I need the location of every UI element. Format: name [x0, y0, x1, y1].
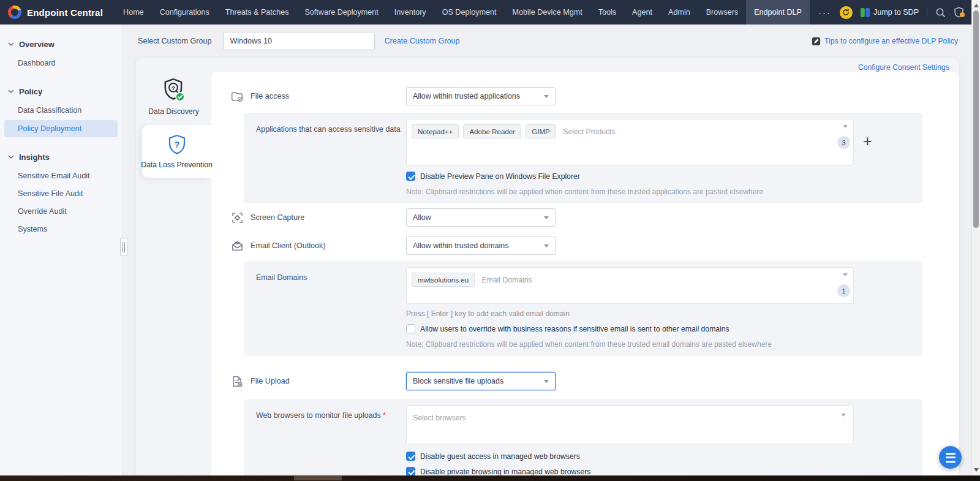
custom-group-toolbar: Select Custom Group Create Custom Group …: [123, 25, 971, 56]
grip-icon: [122, 242, 126, 252]
nav-item-endpoint-dlp[interactable]: Endpoint DLP: [746, 0, 810, 25]
nav-more-button[interactable]: ···: [810, 0, 840, 25]
web-browsers-select[interactable]: Select browsers: [406, 405, 854, 444]
jump-to-sdp-button[interactable]: Jump to SDP: [861, 8, 919, 17]
sidebar-section-header-insights[interactable]: Insights: [0, 149, 122, 165]
sidebar-item-policy-deployment[interactable]: Policy Deployment: [4, 120, 118, 137]
email-domains-placeholder: Email Domains: [482, 273, 532, 284]
email-client-row: Email Client (Outlook) Allow within trus…: [211, 237, 959, 255]
refresh-icon[interactable]: [840, 6, 853, 19]
nav-right-icons: Jump to SDP: [840, 0, 980, 25]
override-checkbox-label: Allow users to override with business re…: [420, 325, 729, 333]
sidebar-section-header-policy[interactable]: Policy: [0, 83, 122, 99]
web-browsers-placeholder: Select browsers: [413, 414, 466, 422]
sidebar-section-title: Insights: [19, 153, 50, 162]
tab-data-loss-prevention[interactable]: ? Data Loss Prevention: [142, 125, 211, 178]
sidebar-section-title: Overview: [19, 40, 55, 49]
chip-adobe-reader[interactable]: Adobe Reader: [463, 124, 521, 138]
guest-access-checkbox-row: Disable guest access in managed web brow…: [406, 452, 922, 461]
email-domains-count-badge[interactable]: 1: [837, 284, 850, 297]
sidebar-item-data-classification[interactable]: Data Classification: [0, 101, 122, 119]
override-checkbox[interactable]: [406, 324, 415, 333]
nav-item-browsers[interactable]: Browsers: [698, 0, 746, 25]
scroll-down-arrow[interactable]: [974, 468, 979, 472]
svg-text:?: ?: [174, 140, 179, 150]
nav-item-admin[interactable]: Admin: [660, 0, 698, 25]
sidebar-item-sensitive-email-audit[interactable]: Sensitive Email Audit: [0, 167, 122, 184]
email-domains-multiselect[interactable]: mwtsolutions.eu Email Domains 1: [406, 267, 854, 304]
nav-item-tools[interactable]: Tools: [590, 0, 624, 25]
chevron-down-icon: [841, 414, 846, 417]
scroll-up-arrow[interactable]: [974, 4, 979, 7]
select-custom-group-label: Select Custom Group: [138, 37, 211, 45]
brand[interactable]: Endpoint Central: [0, 0, 115, 25]
file-access-select[interactable]: Allow within trusted applications: [406, 87, 556, 105]
vertical-scrollbar[interactable]: [971, 0, 980, 475]
tab-data-discovery[interactable]: ? Data Discovery: [136, 72, 211, 121]
nav-item-home[interactable]: Home: [115, 0, 152, 25]
search-icon[interactable]: [935, 7, 946, 18]
folder-check-icon: [230, 91, 244, 102]
required-asterisk: *: [383, 411, 386, 420]
sidebar-section-policy: PolicyData ClassificationPolicy Deployme…: [0, 83, 122, 137]
file-upload-icon: [230, 376, 244, 387]
custom-group-input[interactable]: [223, 32, 375, 50]
email-domains-chips: mwtsolutions.eu: [412, 274, 479, 284]
private-browsing-checkbox-label: Disable private browsing in managed web …: [420, 468, 590, 476]
preview-pane-checkbox-label: Disable Preview Pane on Windows File Exp…: [420, 172, 580, 181]
nav-item-threats-patches[interactable]: Threats & Patches: [217, 0, 297, 25]
policy-tabs: ? Data Discovery ? Data Loss Prevention: [136, 72, 211, 178]
tips-note-icon: [812, 37, 821, 46]
dlp-form-panel: File access Allow within trusted applica…: [211, 72, 959, 475]
configure-consent-settings-link[interactable]: Configure Consent Settings: [858, 63, 949, 72]
nav-item-mobile-device-mgmt[interactable]: Mobile Device Mgmt: [505, 0, 590, 25]
nav-item-software-deployment[interactable]: Software Deployment: [296, 0, 386, 25]
shield-notification-icon[interactable]: [954, 7, 964, 18]
sidebar-item-systems[interactable]: Systems: [0, 220, 122, 238]
chevron-down-icon: [544, 380, 549, 383]
web-browsers-label-text: Web browsers to monitor file uploads: [256, 411, 381, 420]
applications-multiselect[interactable]: Notepad++Adobe ReaderGIMP Select Product…: [406, 119, 854, 165]
file-upload-select[interactable]: Block sensitive file uploads: [406, 372, 556, 390]
nav-item-os-deployment[interactable]: OS Deployment: [434, 0, 505, 25]
email-envelope-icon: [230, 240, 244, 252]
quick-actions-fab[interactable]: [939, 446, 962, 469]
chip-gimp[interactable]: GIMP: [526, 124, 556, 138]
sidebar-item-dashboard[interactable]: Dashboard: [0, 54, 122, 72]
private-browsing-checkbox[interactable]: [406, 467, 415, 475]
chip-mwtsolutions-eu[interactable]: mwtsolutions.eu: [412, 273, 475, 287]
tips-link[interactable]: Tips to configure an effective DLP Polic…: [812, 37, 958, 46]
scrollbar-thumb[interactable]: [973, 10, 979, 228]
create-custom-group-link[interactable]: Create Custom Group: [384, 37, 459, 45]
applications-count-badge[interactable]: 3: [837, 136, 850, 149]
sidebar-section-header-overview[interactable]: Overview: [0, 36, 122, 52]
email-domains-label: Email Domains: [256, 267, 406, 282]
sidebar-item-sensitive-file-audit[interactable]: Sensitive File Audit: [0, 184, 122, 202]
nav-item-inventory[interactable]: Inventory: [386, 0, 434, 25]
applications-label: Applications that can access sensitive d…: [256, 119, 406, 134]
chip-notepad[interactable]: Notepad++: [412, 124, 459, 138]
applications-panel: Applications that can access sensitive d…: [244, 113, 922, 203]
horizontal-scrollbar[interactable]: [0, 475, 980, 481]
sidebar-resize-handle[interactable]: [120, 238, 127, 256]
email-domains-hint: Press [ Enter ] key to add each valid em…: [406, 309, 922, 318]
jump-to-sdp-label: Jump to SDP: [873, 8, 919, 17]
screen-capture-label: Screen Capture: [251, 213, 406, 222]
top-navbar: Endpoint Central HomeConfigurationsThrea…: [0, 0, 971, 25]
guest-access-checkbox[interactable]: [406, 452, 415, 461]
sidebar-section-insights: InsightsSensitive Email AuditSensitive F…: [0, 149, 122, 238]
add-application-button[interactable]: +: [863, 134, 872, 149]
horizontal-scrollbar-thumb[interactable]: [294, 476, 342, 480]
email-domains-note: Note: Clipboard restrictions will be app…: [406, 340, 922, 349]
web-browsers-panel: Web browsers to monitor file uploads * S…: [244, 399, 922, 475]
web-browsers-label: Web browsers to monitor file uploads *: [256, 405, 406, 420]
applications-chips: Notepad++Adobe ReaderGIMP: [412, 126, 560, 136]
private-browsing-checkbox-row: Disable private browsing in managed web …: [406, 467, 922, 475]
sidebar-item-override-audit[interactable]: Override Audit: [0, 202, 122, 220]
nav-item-configurations[interactable]: Configurations: [152, 0, 217, 25]
screen-capture-select[interactable]: Allow: [406, 208, 556, 227]
email-client-select[interactable]: Allow within trusted domains: [406, 237, 556, 255]
guest-access-checkbox-label: Disable guest access in managed web brow…: [420, 452, 580, 461]
nav-item-agent[interactable]: Agent: [624, 0, 660, 25]
preview-pane-checkbox[interactable]: [406, 172, 415, 181]
